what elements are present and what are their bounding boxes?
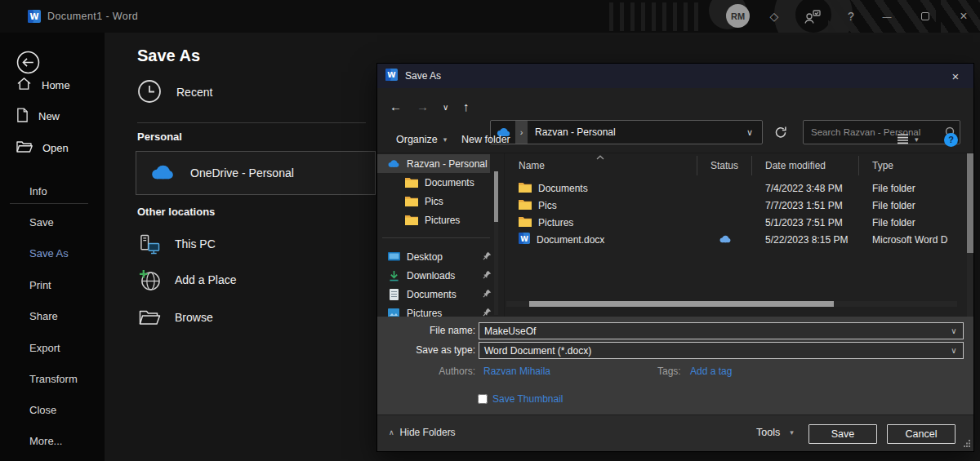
file-row[interactable]: WDocument.docx 5/22/2023 8:15 PM Microso…	[505, 231, 967, 248]
save-as-dialog: W Save As × ← → ∨ ↑ › Razvan - Personal …	[377, 64, 973, 451]
chevron-down-icon[interactable]: ∨	[945, 326, 963, 335]
sidebar-item-print[interactable]: Print	[0, 276, 105, 295]
this-pc-icon	[137, 234, 162, 255]
chevron-down-icon[interactable]: ∨	[945, 346, 963, 355]
avatar[interactable]: RM	[726, 4, 750, 28]
this-pc-button[interactable]: This PC	[137, 229, 374, 259]
nav-up-button[interactable]: ↑	[463, 100, 470, 113]
sidebar-item-home[interactable]: Home	[0, 72, 105, 98]
new-folder-button[interactable]: New folder	[461, 126, 510, 153]
sidebar-item-close[interactable]: Close	[0, 401, 105, 420]
resize-grip[interactable]	[963, 438, 971, 450]
add-place-globe-icon	[137, 269, 162, 291]
tree-item-pictures-qa[interactable]: Pictures	[387, 304, 495, 317]
tree-item-documents[interactable]: Documents	[405, 173, 474, 192]
tree-item-downloads[interactable]: Downloads	[387, 266, 495, 285]
file-name-input[interactable]	[479, 326, 945, 337]
recent-locations-dropdown[interactable]: ∨	[443, 103, 448, 112]
screen: W Document1 - Word RM ◇ ? — × Home New O…	[0, 0, 980, 461]
sidebar-item-more[interactable]: More...	[0, 432, 105, 451]
home-icon	[16, 77, 32, 93]
help-button[interactable]: ?	[944, 126, 958, 153]
tags-label: Tags:	[657, 366, 681, 377]
file-row[interactable]: Documents 7/4/2022 3:48 PM File folder	[505, 180, 967, 197]
list-header: Name Status Date modified Type	[505, 156, 967, 175]
dialog-titlebar[interactable]: W Save As ×	[377, 64, 973, 88]
dialog-navigation: ← → ∨ ↑ › Razvan - Personal ∨	[377, 88, 973, 126]
tree-item-desktop[interactable]: Desktop	[387, 247, 495, 266]
close-window-button[interactable]: ×	[947, 0, 980, 33]
column-header-status[interactable]: Status	[697, 156, 752, 175]
tools-button[interactable]: Tools ▾	[756, 427, 794, 438]
horizontal-scrollbar[interactable]	[506, 301, 957, 307]
svg-text:W: W	[29, 12, 38, 21]
onedrive-icon	[387, 159, 400, 168]
file-row[interactable]: Pictures 5/1/2023 7:51 PM File folder	[505, 214, 967, 231]
sidebar-item-save-as[interactable]: Save As	[0, 244, 105, 264]
browse-button[interactable]: Browse	[137, 303, 374, 332]
tree-item-pictures[interactable]: Pictures	[405, 211, 460, 229]
recent-button[interactable]: Recent	[137, 76, 374, 109]
word-logo-icon: W	[28, 10, 41, 25]
section-divider	[137, 122, 366, 123]
other-locations-label: Other locations	[137, 206, 215, 218]
cancel-button[interactable]: Cancel	[887, 424, 956, 444]
dialog-title: Save As	[405, 70, 441, 82]
maximize-button[interactable]	[909, 0, 942, 33]
window-title: Document1 - Word	[47, 11, 138, 22]
add-tag-link[interactable]: Add a tag	[690, 366, 732, 377]
sidebar-item-share[interactable]: Share	[0, 307, 105, 326]
backstage-sidebar: Home New Open Info Save Save As Print Sh…	[0, 33, 105, 461]
organize-button[interactable]: Organize▾	[396, 126, 447, 153]
tree-item-pics[interactable]: Pics	[405, 192, 443, 211]
dropdown-icon: ▾	[443, 135, 448, 144]
word-file-icon: W	[385, 69, 398, 83]
tree-item-onedrive-root[interactable]: Razvan - Personal	[377, 154, 490, 173]
onedrive-icon	[149, 164, 176, 183]
sidebar-item-new[interactable]: New	[0, 103, 105, 129]
tree-scrollbar[interactable]	[494, 171, 498, 315]
dialog-close-button[interactable]: ×	[942, 64, 969, 88]
sidebar-item-info[interactable]: Info	[0, 182, 105, 202]
browse-folder-icon	[137, 309, 162, 326]
clock-icon	[137, 79, 162, 106]
word-file-icon: W	[519, 233, 530, 246]
sidebar-item-transform[interactable]: Transform	[0, 370, 105, 389]
save-as-type-select[interactable]: Word Document (*.docx) ∨	[479, 342, 964, 359]
minimize-button[interactable]: —	[871, 0, 903, 33]
sidebar-item-open[interactable]: Open	[0, 135, 105, 161]
onedrive-personal-button[interactable]: OneDrive - Personal	[136, 151, 376, 195]
pictures-icon	[387, 308, 400, 317]
help-titlebar-icon[interactable]: ?	[835, 0, 867, 33]
view-options-button[interactable]: ▾	[897, 126, 919, 153]
window-titlebar: W Document1 - Word RM ◇ ? — ×	[0, 0, 980, 33]
vertical-scrollbar[interactable]	[967, 153, 973, 317]
save-button[interactable]: Save	[808, 424, 877, 444]
folder-icon	[519, 199, 532, 212]
authors-label: Authors:	[424, 366, 475, 377]
file-name-combo[interactable]: ∨	[479, 322, 964, 339]
pin-icon	[483, 270, 492, 281]
premium-diamond-icon[interactable]: ◇	[758, 0, 791, 33]
caret-up-icon: ∧	[389, 428, 394, 437]
hide-folders-button[interactable]: ∧ Hide Folders	[389, 427, 456, 438]
nav-back-button[interactable]: ←	[390, 100, 402, 113]
column-header-date-modified[interactable]: Date modified	[752, 156, 859, 175]
folder-icon	[519, 182, 532, 195]
sidebar-item-export[interactable]: Export	[0, 339, 105, 358]
nav-forward-button[interactable]: →	[416, 100, 429, 113]
document-icon	[387, 289, 400, 300]
file-name-section: File name: ∨ Save as type: Word Document…	[377, 317, 973, 414]
file-row[interactable]: Pics 7/7/2023 1:51 PM File folder	[505, 197, 967, 214]
feedback-icon[interactable]	[796, 0, 829, 33]
file-list: Name Status Date modified Type Documents…	[505, 153, 973, 317]
tree-item-documents-qa[interactable]: Documents	[387, 285, 495, 304]
cloud-status-icon	[719, 234, 732, 246]
sidebar-item-save[interactable]: Save	[0, 213, 105, 233]
column-header-name[interactable]: Name	[505, 156, 697, 175]
save-thumbnail-checkbox[interactable]	[478, 394, 488, 404]
authors-link[interactable]: Razvan Mihaila	[483, 366, 550, 377]
column-header-type[interactable]: Type	[859, 156, 967, 175]
folder-icon	[405, 196, 418, 206]
add-a-place-button[interactable]: Add a Place	[137, 265, 374, 295]
